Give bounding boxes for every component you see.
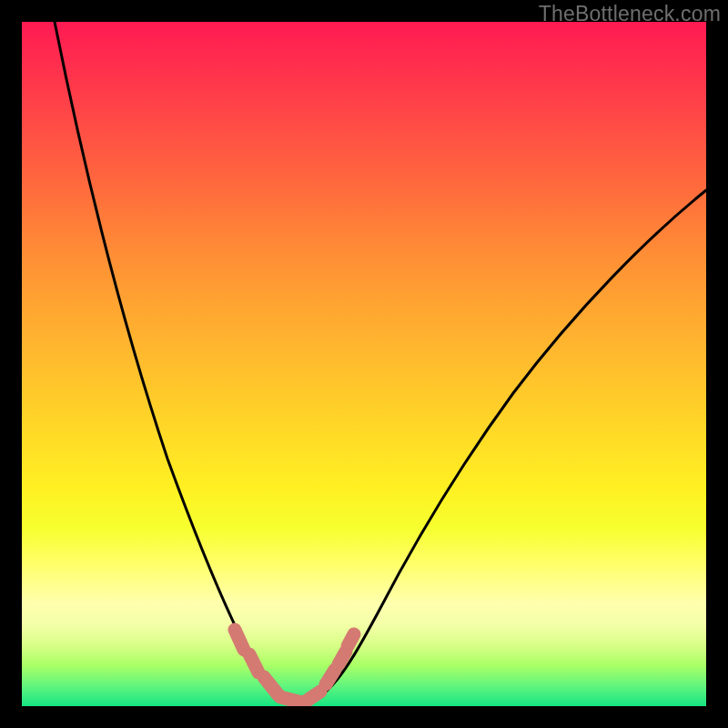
curve-layer (22, 22, 706, 706)
watermark-text: TheBottleneck.com (539, 2, 721, 26)
chart-frame: TheBottleneck.com (0, 0, 728, 728)
plot-area (22, 22, 706, 706)
bottleneck-curve (55, 22, 706, 703)
highlight-band (235, 630, 354, 703)
